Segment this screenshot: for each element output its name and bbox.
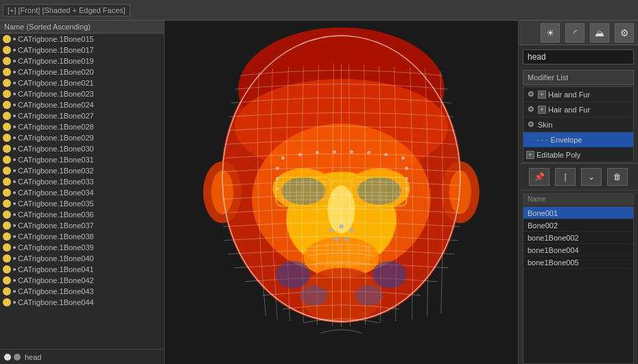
bone-list-item[interactable]: bone1Bone002 (523, 232, 633, 244)
rotate-btn[interactable]: ⌄ (581, 168, 602, 186)
item-icon (3, 123, 11, 131)
plus-btn-2[interactable]: + (538, 106, 546, 114)
list-item[interactable]: CATrigbone.1Bone021 (0, 77, 164, 88)
list-item[interactable]: CATrigbone.1Bone033 (0, 176, 164, 187)
item-label: CATrigbone.1Bone032 (18, 167, 94, 175)
item-dot (13, 93, 16, 95)
viewport-mode-label[interactable]: [+] [Front] [Shaded + Edged Faces] (3, 4, 130, 16)
list-item[interactable]: CATrigbone.1Bone017 (0, 45, 164, 56)
item-label: CATrigbone.1Bone021 (18, 79, 94, 87)
arc-icon-btn[interactable]: ◜ (565, 23, 584, 43)
list-item[interactable]: CATrigbone.1Bone034 (0, 187, 164, 198)
list-item[interactable]: CATrigbone.1Bone032 (0, 165, 164, 176)
svg-point-50 (281, 156, 285, 160)
list-item[interactable]: CATrigbone.1Bone031 (0, 154, 164, 165)
bone-list-item[interactable]: bone1Bone004 (523, 244, 633, 256)
item-label: CATrigbone.1Bone023 (18, 90, 94, 98)
bone-list-item[interactable]: Bone002 (523, 219, 633, 232)
svg-point-67 (355, 285, 383, 306)
dots-icon: - - - (537, 136, 548, 143)
bone-list-item[interactable]: Bone001 (523, 207, 633, 219)
top-toolbar: [+] [Front] [Shaded + Edged Faces] (0, 0, 638, 21)
list-item[interactable]: CATrigbone.1Bone020 (0, 66, 164, 77)
list-item[interactable]: CATrigbone.1Bone038 (0, 231, 164, 242)
item-label: CATrigbone.1Bone017 (18, 46, 94, 54)
list-item[interactable]: CATrigbone.1Bone039 (0, 242, 164, 253)
item-label: CATrigbone.1Bone040 (18, 254, 94, 263)
pin-btn[interactable]: 📌 (529, 168, 550, 186)
modifier-item-hair-fur-2[interactable]: ⚙ + Hair and Fur (523, 102, 633, 117)
bone-list[interactable]: Bone001Bone002bone1Bone002bone1Bone004bo… (523, 206, 634, 364)
list-item[interactable]: CATrigbone.1Bone029 (0, 132, 164, 143)
svg-point-46 (339, 225, 343, 229)
gear-icon-mod3: ⚙ (526, 120, 536, 130)
item-icon (3, 79, 11, 87)
list-item[interactable]: CATrigbone.1Bone028 (0, 121, 164, 132)
list-item[interactable]: CATrigbone.1Bone036 (0, 209, 164, 220)
scene-list[interactable]: CATrigbone.1Bone015CATrigbone.1Bone017CA… (0, 34, 164, 349)
item-dot (13, 235, 16, 238)
viewport[interactable] (165, 21, 518, 364)
object-name-input[interactable] (523, 49, 634, 64)
item-icon (3, 265, 11, 274)
svg-point-52 (316, 151, 319, 154)
svg-point-59 (276, 177, 279, 180)
item-dot (13, 82, 16, 84)
svg-point-56 (384, 153, 388, 156)
move-btn[interactable]: | (555, 168, 576, 186)
plus-btn-poly[interactable]: + (526, 151, 534, 159)
item-icon (3, 189, 11, 197)
item-icon (3, 90, 11, 98)
item-icon (3, 57, 11, 65)
item-label: CATrigbone.1Bone019 (18, 57, 94, 65)
item-dot (13, 180, 16, 183)
list-item[interactable]: CATrigbone.1Bone041 (0, 264, 164, 275)
item-label: CATrigbone.1Bone024 (18, 101, 94, 109)
item-icon (3, 156, 11, 164)
svg-point-65 (373, 261, 407, 289)
left-panel: Name (Sorted Ascending) CATrigbone.1Bone… (0, 21, 165, 364)
modifier-item-skin[interactable]: ⚙ Skin (523, 117, 633, 132)
gear-icon-btn[interactable]: ⚙ (615, 23, 634, 43)
modifier-item-hair-fur-1[interactable]: ⚙ + Hair and Fur (523, 87, 633, 102)
list-item[interactable]: CATrigbone.1Bone040 (0, 253, 164, 264)
list-item[interactable]: CATrigbone.1Bone023 (0, 88, 164, 99)
item-label: CATrigbone.1Bone028 (18, 123, 94, 131)
modifier-item-editable-poly[interactable]: + Editable Poly (523, 147, 633, 162)
mountain-icon-btn[interactable]: ⛰ (590, 23, 609, 43)
list-item[interactable]: CATrigbone.1Bone043 (0, 286, 164, 297)
item-dot (13, 301, 16, 304)
modifier-list-dropdown[interactable]: Modifier List (523, 70, 634, 85)
list-item[interactable]: CATrigbone.1Bone019 (0, 56, 164, 66)
item-dot (13, 136, 16, 139)
item-icon (3, 276, 11, 284)
svg-point-55 (367, 151, 370, 154)
list-item[interactable]: CATrigbone.1Bone044 (0, 297, 164, 308)
list-item[interactable]: CATrigbone.1Bone015 (0, 34, 164, 45)
modifier-controls: 📌 | ⌄ 🗑 (519, 163, 638, 191)
svg-point-49 (344, 237, 348, 241)
modifier-stack: ⚙ + Hair and Fur ⚙ + Hair and Fur ⚙ Skin… (523, 86, 634, 163)
item-label: CATrigbone.1Bone042 (18, 276, 94, 284)
list-item[interactable]: CATrigbone.1Bone027 (0, 110, 164, 121)
modifier-label-skin: Skin (538, 121, 552, 129)
svg-point-57 (401, 156, 405, 160)
list-item[interactable]: CATrigbone.1Bone037 (0, 220, 164, 231)
list-item[interactable]: CATrigbone.1Bone042 (0, 275, 164, 286)
trash-btn[interactable]: 🗑 (607, 168, 628, 186)
bone-list-item[interactable]: bone1Bone005 (523, 256, 633, 269)
plus-btn-1[interactable]: + (538, 90, 546, 99)
item-icon (3, 298, 11, 306)
list-item[interactable]: CATrigbone.1Bone030 (0, 143, 164, 154)
list-item[interactable]: CATrigbone.1Bone024 (0, 99, 164, 110)
item-label: CATrigbone.1Bone038 (18, 232, 94, 241)
list-item[interactable]: CATrigbone.1Bone035 (0, 198, 164, 209)
sun-icon-btn[interactable]: ☀ (541, 23, 560, 43)
item-dot (13, 60, 16, 62)
item-icon (3, 35, 11, 43)
modifier-item-envelope[interactable]: - - - Envelope (523, 132, 633, 147)
item-icon (3, 134, 11, 142)
svg-point-58 (276, 167, 279, 170)
svg-point-66 (300, 285, 327, 306)
item-icon (3, 178, 11, 186)
